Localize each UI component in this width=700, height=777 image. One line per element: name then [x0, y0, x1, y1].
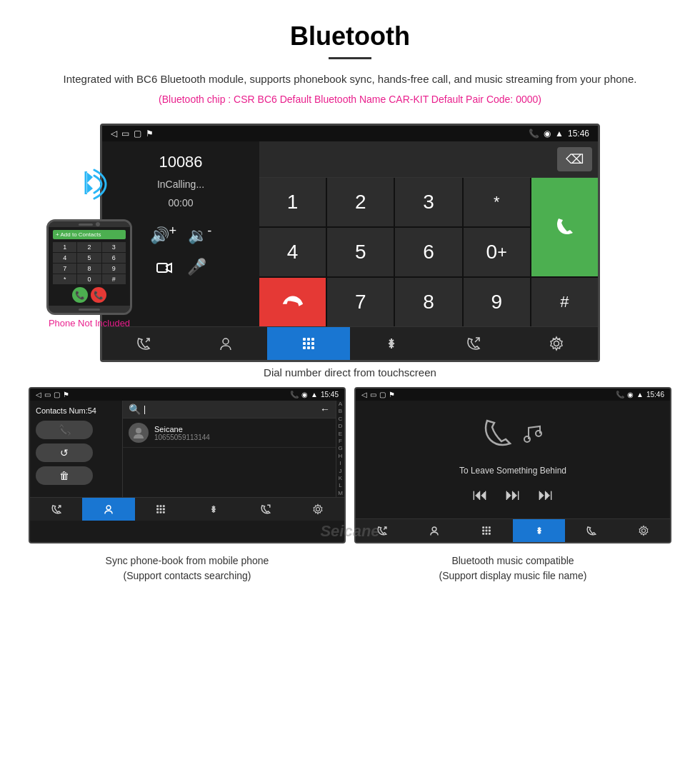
svg-rect-14 — [311, 346, 314, 349]
status-left-icons: ◁ ▭ ▢ ⚑ — [111, 129, 154, 139]
key-6[interactable]: 6 — [395, 228, 461, 276]
alpha-l[interactable]: L — [339, 482, 341, 489]
key-8[interactable]: 8 — [395, 278, 461, 326]
key-4[interactable]: 4 — [259, 228, 326, 276]
page-header: Bluetooth Integrated with BC6 Bluetooth … — [0, 0, 700, 124]
contacts-count: Contacts Num:54 — [36, 406, 116, 415]
contact-avatar — [129, 423, 149, 443]
call-contact-button[interactable]: 📞 — [36, 421, 93, 439]
contacts-nav-phone-out[interactable] — [239, 498, 291, 521]
nav-contacts[interactable] — [185, 327, 268, 360]
next-button[interactable]: ⏭ — [538, 486, 554, 504]
contact-number: 10655059113144 — [154, 433, 210, 441]
music-loc-icon: ◉ — [627, 391, 634, 398]
music-nav-contacts[interactable] — [408, 519, 460, 542]
end-call-button[interactable] — [259, 278, 326, 326]
ctrl-row: 🎤 — [156, 258, 206, 282]
call-timer: 00:00 — [168, 197, 193, 209]
svg-rect-36 — [483, 526, 485, 528]
music-nav-settings[interactable] — [618, 519, 670, 542]
number-input[interactable] — [265, 153, 551, 166]
key-3[interactable]: 3 — [395, 178, 461, 226]
mic-button[interactable]: 🎤 — [187, 258, 206, 282]
backspace-button[interactable]: ⌫ — [557, 147, 592, 171]
contacts-nav-call[interactable] — [30, 498, 82, 521]
alpha-j[interactable]: J — [339, 468, 342, 475]
nav-bluetooth[interactable] — [350, 327, 433, 360]
call-button[interactable] — [531, 178, 598, 276]
caption-right: Bluetooth music compatible(Support displ… — [354, 553, 671, 583]
key-star[interactable]: * — [464, 178, 530, 226]
alpha-m[interactable]: M — [338, 490, 343, 497]
music-screen: ◁ ▭ ▢ ⚑ 📞 ◉ ▲ 15:46 — [354, 387, 671, 543]
svg-rect-37 — [486, 526, 488, 528]
contacts-search-input[interactable] — [144, 404, 320, 414]
contacts-wifi-icon: ▲ — [311, 391, 318, 398]
svg-line-16 — [475, 338, 479, 342]
key-0plus[interactable]: 0+ — [464, 228, 530, 276]
alpha-k[interactable]: K — [339, 475, 342, 482]
key-7[interactable]: 7 — [327, 278, 394, 326]
contacts-nav-keypad[interactable] — [135, 498, 187, 521]
bluetooth-info: (Bluetooth chip : CSR BC6 Default Blueto… — [29, 94, 671, 105]
contacts-status-right: 📞 ◉ ▲ 15:45 — [290, 391, 339, 398]
key-1[interactable]: 1 — [259, 178, 326, 226]
svg-rect-25 — [160, 508, 162, 511]
svg-rect-6 — [303, 338, 306, 341]
svg-rect-8 — [311, 338, 314, 341]
svg-point-35 — [432, 527, 436, 531]
svg-rect-7 — [307, 338, 310, 341]
alpha-e[interactable]: E — [339, 431, 342, 438]
contacts-nav-contacts[interactable] — [82, 498, 134, 521]
status-time: 15:46 — [568, 129, 589, 139]
svg-rect-29 — [163, 511, 165, 513]
wifi-icon: ▲ — [555, 129, 564, 139]
contacts-back-arrow: ← — [320, 403, 330, 415]
key-9[interactable]: 9 — [464, 278, 530, 326]
alpha-i[interactable]: I — [339, 460, 341, 467]
key-2[interactable]: 2 — [327, 178, 394, 226]
music-nav-keypad[interactable] — [461, 519, 513, 542]
number-display: 10086 — [159, 153, 202, 171]
music-controls: ⏮ ⏭ ⏭ — [472, 486, 554, 504]
nav-phone-out[interactable] — [433, 327, 516, 360]
alpha-h[interactable]: H — [339, 453, 343, 460]
svg-point-46 — [642, 528, 646, 532]
bottom-captions: Sync phone-book from mobile phone(Suppor… — [0, 549, 700, 598]
delete-contact-button[interactable]: 🗑 — [36, 466, 93, 485]
phone-mockup: + Add to Contacts 1 2 3 4 5 6 7 8 9 * 0 … — [46, 219, 132, 315]
alpha-b[interactable]: B — [339, 408, 342, 415]
music-phone-icon — [480, 415, 516, 457]
alpha-a[interactable]: A — [339, 401, 342, 408]
key-hash[interactable]: # — [531, 278, 598, 326]
nav-call-transfer[interactable] — [102, 327, 185, 360]
alpha-c[interactable]: C — [339, 416, 343, 423]
alpha-d[interactable]: D — [339, 423, 343, 430]
prev-button[interactable]: ⏮ — [472, 486, 488, 504]
music-nav-bluetooth[interactable] — [513, 519, 565, 542]
contacts-search-row: 🔍 ← — [123, 401, 336, 418]
bluetooth-icon — [71, 164, 107, 214]
music-status-bar: ◁ ▭ ▢ ⚑ 📞 ◉ ▲ 15:46 — [356, 388, 670, 401]
page-description: Integrated with BC6 Bluetooth module, su… — [29, 71, 671, 88]
location-icon: ◉ — [544, 129, 551, 139]
music-nav-phone-out[interactable] — [565, 519, 617, 542]
contacts-status-bar: ◁ ▭ ▢ ⚑ 📞 ◉ ▲ 15:45 — [30, 388, 344, 401]
play-pause-button[interactable]: ⏭ — [505, 486, 521, 504]
nav-keypad[interactable] — [267, 327, 350, 360]
transfer-button[interactable] — [156, 258, 176, 282]
contacts-right-panel: 🔍 ← Seicane 10655059113144 — [123, 401, 336, 497]
vol-down-button[interactable]: 🔉- — [188, 223, 211, 245]
refresh-contact-button[interactable]: ↺ — [36, 443, 93, 462]
contact-item[interactable]: Seicane 10655059113144 — [123, 418, 336, 448]
alpha-g[interactable]: G — [338, 445, 342, 452]
contacts-nav-bluetooth[interactable] — [187, 498, 239, 521]
alpha-f[interactable]: F — [339, 438, 342, 445]
contacts-nav-settings[interactable] — [292, 498, 344, 521]
music-bottom-nav — [356, 518, 670, 542]
phone-icon: 📞 — [529, 129, 539, 139]
key-5[interactable]: 5 — [327, 228, 394, 276]
page-title: Bluetooth — [29, 21, 671, 51]
main-phone-screen: ◁ ▭ ▢ ⚑ 📞 ◉ ▲ 15:46 10086 InCalling... — [100, 124, 600, 362]
nav-settings[interactable] — [515, 327, 598, 360]
